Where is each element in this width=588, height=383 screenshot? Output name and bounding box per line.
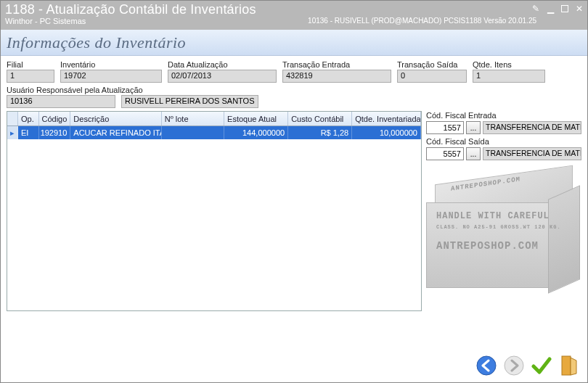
data-atualizacao-input[interactable]: 02/07/2013 xyxy=(168,70,277,83)
grid-col-custo[interactable]: Custo Contábil xyxy=(288,112,352,125)
grid-row-indicator-header xyxy=(7,112,18,125)
cod-fiscal-saida-lookup-button[interactable]: ... xyxy=(466,147,481,160)
close-button[interactable]: ✕ xyxy=(574,4,584,14)
qtde-itens-label: Qtde. Itens xyxy=(473,60,545,69)
filial-label: Filial xyxy=(7,60,54,69)
cod-fiscal-entrada-label: Cód. Fiscal Entrada xyxy=(426,111,581,120)
grid-col-qtde[interactable]: Qtde. Inventariada xyxy=(352,112,421,125)
usuario-resp-code-input[interactable]: 10136 xyxy=(7,95,115,108)
window-controls: ✎ ▁ ✕ xyxy=(531,4,584,14)
minimize-button[interactable]: ▁ xyxy=(545,4,555,14)
grid-col-op[interactable]: Op. xyxy=(18,112,39,125)
cod-fiscal-saida-desc: TRANSFERENCIA DE MATER xyxy=(483,147,581,160)
grid-col-descricao[interactable]: Descrição xyxy=(70,112,161,125)
grid-col-codigo[interactable]: Código xyxy=(39,112,71,125)
cell-descricao: ACUCAR REFINADO ITAM xyxy=(70,126,161,139)
row-indicator-icon: ▸ xyxy=(7,126,18,139)
filial-input[interactable]: 1 xyxy=(7,70,54,83)
cod-fiscal-saida-label: Cód. Fiscal Saída xyxy=(426,137,581,146)
maximize-button[interactable] xyxy=(560,4,570,14)
usuario-resp-name-input[interactable]: RUSIVELL PEREIRA DOS SANTOS xyxy=(121,95,258,108)
transacao-saida-input[interactable]: 0 xyxy=(397,70,467,83)
window-subtitle: Winthor - PC Sistemas xyxy=(5,17,86,25)
cod-fiscal-entrada-lookup-button[interactable]: ... xyxy=(466,121,481,134)
table-row[interactable]: ▸ EI 192910 ACUCAR REFINADO ITAM 144,000… xyxy=(7,126,421,139)
cell-op: EI xyxy=(18,126,39,139)
cell-codigo: 192910 xyxy=(39,126,71,139)
cell-lote xyxy=(162,126,224,139)
transacao-entrada-label: Transação Entrada xyxy=(282,60,391,69)
footer-buttons xyxy=(475,354,581,377)
back-button[interactable] xyxy=(475,354,498,377)
grid-col-lote[interactable]: Nº lote xyxy=(162,112,224,125)
inventario-input[interactable]: 19702 xyxy=(60,70,162,83)
svg-point-0 xyxy=(477,356,496,375)
data-atualizacao-label: Data Atualização xyxy=(168,60,277,69)
cell-qtde: 10,000000 xyxy=(352,126,421,139)
cod-fiscal-entrada-desc: TRANSFERENCIA DE MATER xyxy=(483,121,581,134)
transacao-saida-label: Transação Saída xyxy=(397,60,467,69)
svg-marker-3 xyxy=(571,358,576,375)
titlebar: 1188 - Atualização Contábil de Inventári… xyxy=(1,1,587,30)
qtde-itens-input[interactable]: 1 xyxy=(473,70,545,83)
exit-button[interactable] xyxy=(558,354,581,377)
grid-col-estoque[interactable]: Estoque Atual xyxy=(224,112,288,125)
grid-header: Op. Código Descrição Nº lote Estoque Atu… xyxy=(7,112,421,126)
edit-icon[interactable]: ✎ xyxy=(531,4,541,14)
cod-fiscal-entrada-input[interactable] xyxy=(426,121,464,134)
forward-button[interactable] xyxy=(502,354,526,377)
svg-rect-2 xyxy=(562,356,571,375)
cod-fiscal-saida-input[interactable] xyxy=(426,147,464,160)
inventory-grid[interactable]: Op. Código Descrição Nº lote Estoque Atu… xyxy=(7,111,422,311)
inventario-label: Inventário xyxy=(60,60,162,69)
cell-estoque: 144,000000 xyxy=(224,126,288,139)
window-right-info: 10136 - RUSIVELL (PROD@MACHADO) PCSIS118… xyxy=(308,17,536,25)
window-title: 1188 - Atualização Contábil de Inventári… xyxy=(5,2,256,17)
crate-image: ANTREPOSHOP.COM HANDLE WITH CAREFUL CLAS… xyxy=(426,168,581,295)
usuario-resp-label: Usuário Responsável pela Atualização xyxy=(7,86,581,94)
svg-point-1 xyxy=(505,356,523,375)
section-header: Informações do Inventário xyxy=(1,30,587,56)
confirm-button[interactable] xyxy=(530,354,553,377)
cell-custo: R$ 1,28 xyxy=(288,126,352,139)
transacao-entrada-input[interactable]: 432819 xyxy=(282,70,391,83)
